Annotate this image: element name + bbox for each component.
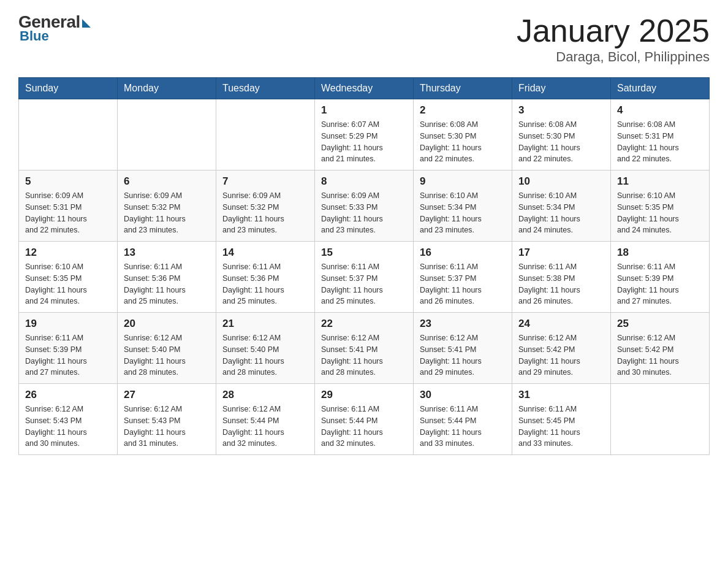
title-area: January 2025 Daraga, Bicol, Philippines [517, 12, 710, 65]
day-number: 18 [617, 247, 703, 259]
day-number: 17 [518, 247, 604, 259]
day-cell: 2Sunrise: 6:08 AMSunset: 5:30 PMDaylight… [414, 99, 512, 170]
day-cell [118, 99, 216, 170]
logo-arrow-icon [82, 19, 91, 28]
day-number: 28 [222, 389, 308, 401]
day-info: Sunrise: 6:11 AMSunset: 5:44 PMDaylight:… [321, 404, 407, 450]
day-info: Sunrise: 6:12 AMSunset: 5:42 PMDaylight:… [617, 332, 703, 378]
day-number: 26 [25, 389, 111, 401]
day-info: Sunrise: 6:12 AMSunset: 5:43 PMDaylight:… [25, 404, 111, 450]
day-number: 15 [321, 247, 407, 259]
week-row-2: 5Sunrise: 6:09 AMSunset: 5:31 PMDaylight… [19, 170, 710, 242]
day-cell: 9Sunrise: 6:10 AMSunset: 5:34 PMDaylight… [414, 170, 512, 242]
day-cell: 26Sunrise: 6:12 AMSunset: 5:43 PMDayligh… [19, 384, 118, 455]
day-info: Sunrise: 6:11 AMSunset: 5:39 PMDaylight:… [617, 261, 703, 307]
header-monday: Monday [118, 78, 216, 99]
day-number: 27 [124, 389, 210, 401]
day-info: Sunrise: 6:11 AMSunset: 5:45 PMDaylight:… [518, 404, 604, 450]
day-cell: 30Sunrise: 6:11 AMSunset: 5:44 PMDayligh… [414, 384, 512, 455]
day-info: Sunrise: 6:11 AMSunset: 5:36 PMDaylight:… [222, 261, 308, 307]
day-info: Sunrise: 6:09 AMSunset: 5:32 PMDaylight:… [124, 190, 210, 236]
day-info: Sunrise: 6:11 AMSunset: 5:36 PMDaylight:… [124, 261, 210, 307]
day-info: Sunrise: 6:12 AMSunset: 5:41 PMDaylight:… [420, 332, 506, 378]
day-cell: 12Sunrise: 6:10 AMSunset: 5:35 PMDayligh… [19, 242, 118, 313]
week-row-5: 26Sunrise: 6:12 AMSunset: 5:43 PMDayligh… [19, 384, 710, 455]
day-number: 8 [321, 175, 407, 188]
header-sunday: Sunday [19, 78, 118, 99]
day-number: 2 [420, 104, 506, 117]
day-number: 11 [617, 175, 703, 188]
day-cell: 15Sunrise: 6:11 AMSunset: 5:37 PMDayligh… [315, 242, 414, 313]
day-number: 13 [124, 247, 210, 259]
day-number: 31 [518, 389, 604, 401]
day-cell: 21Sunrise: 6:12 AMSunset: 5:40 PMDayligh… [216, 313, 315, 384]
day-cell: 25Sunrise: 6:12 AMSunset: 5:42 PMDayligh… [611, 313, 710, 384]
day-number: 12 [25, 247, 111, 259]
day-cell: 8Sunrise: 6:09 AMSunset: 5:33 PMDaylight… [315, 170, 414, 242]
day-cell: 31Sunrise: 6:11 AMSunset: 5:45 PMDayligh… [512, 384, 611, 455]
day-info: Sunrise: 6:12 AMSunset: 5:40 PMDaylight:… [124, 332, 210, 378]
day-number: 30 [420, 389, 506, 401]
day-number: 1 [321, 104, 407, 117]
day-cell: 1Sunrise: 6:07 AMSunset: 5:29 PMDaylight… [315, 99, 414, 170]
day-number: 24 [518, 318, 604, 330]
day-cell: 3Sunrise: 6:08 AMSunset: 5:30 PMDaylight… [512, 99, 611, 170]
day-number: 25 [617, 318, 703, 330]
logo-blue-text: Blue [20, 28, 49, 44]
day-cell: 5Sunrise: 6:09 AMSunset: 5:31 PMDaylight… [19, 170, 118, 242]
day-cell: 11Sunrise: 6:10 AMSunset: 5:35 PMDayligh… [611, 170, 710, 242]
day-cell: 24Sunrise: 6:12 AMSunset: 5:42 PMDayligh… [512, 313, 611, 384]
page-header: General Blue January 2025 Daraga, Bicol,… [18, 12, 710, 65]
day-cell: 18Sunrise: 6:11 AMSunset: 5:39 PMDayligh… [611, 242, 710, 313]
logo: General Blue [18, 12, 91, 44]
day-info: Sunrise: 6:11 AMSunset: 5:38 PMDaylight:… [518, 261, 604, 307]
day-number: 14 [222, 247, 308, 259]
day-cell: 23Sunrise: 6:12 AMSunset: 5:41 PMDayligh… [414, 313, 512, 384]
day-number: 29 [321, 389, 407, 401]
day-info: Sunrise: 6:07 AMSunset: 5:29 PMDaylight:… [321, 119, 407, 165]
day-cell: 13Sunrise: 6:11 AMSunset: 5:36 PMDayligh… [118, 242, 216, 313]
day-cell: 22Sunrise: 6:12 AMSunset: 5:41 PMDayligh… [315, 313, 414, 384]
day-number: 20 [124, 318, 210, 330]
day-info: Sunrise: 6:08 AMSunset: 5:30 PMDaylight:… [420, 119, 506, 165]
day-info: Sunrise: 6:12 AMSunset: 5:44 PMDaylight:… [222, 404, 308, 450]
day-cell: 4Sunrise: 6:08 AMSunset: 5:31 PMDaylight… [611, 99, 710, 170]
day-info: Sunrise: 6:11 AMSunset: 5:39 PMDaylight:… [25, 332, 111, 378]
day-info: Sunrise: 6:12 AMSunset: 5:42 PMDaylight:… [518, 332, 604, 378]
day-info: Sunrise: 6:12 AMSunset: 5:43 PMDaylight:… [124, 404, 210, 450]
day-cell: 29Sunrise: 6:11 AMSunset: 5:44 PMDayligh… [315, 384, 414, 455]
day-number: 4 [617, 104, 703, 117]
day-number: 23 [420, 318, 506, 330]
calendar-header-row: SundayMondayTuesdayWednesdayThursdayFrid… [19, 78, 710, 99]
header-thursday: Thursday [414, 78, 512, 99]
day-info: Sunrise: 6:10 AMSunset: 5:34 PMDaylight:… [420, 190, 506, 236]
header-wednesday: Wednesday [315, 78, 414, 99]
day-info: Sunrise: 6:11 AMSunset: 5:37 PMDaylight:… [420, 261, 506, 307]
week-row-1: 1Sunrise: 6:07 AMSunset: 5:29 PMDaylight… [19, 99, 710, 170]
day-info: Sunrise: 6:08 AMSunset: 5:31 PMDaylight:… [617, 119, 703, 165]
day-cell: 20Sunrise: 6:12 AMSunset: 5:40 PMDayligh… [118, 313, 216, 384]
header-friday: Friday [512, 78, 611, 99]
day-cell: 14Sunrise: 6:11 AMSunset: 5:36 PMDayligh… [216, 242, 315, 313]
month-title: January 2025 [517, 12, 710, 49]
day-number: 19 [25, 318, 111, 330]
day-cell [216, 99, 315, 170]
day-cell [611, 384, 710, 455]
location-text: Daraga, Bicol, Philippines [517, 49, 710, 65]
day-info: Sunrise: 6:10 AMSunset: 5:35 PMDaylight:… [25, 261, 111, 307]
day-number: 5 [25, 175, 111, 188]
day-cell: 16Sunrise: 6:11 AMSunset: 5:37 PMDayligh… [414, 242, 512, 313]
day-info: Sunrise: 6:08 AMSunset: 5:30 PMDaylight:… [518, 119, 604, 165]
day-number: 7 [222, 175, 308, 188]
day-info: Sunrise: 6:10 AMSunset: 5:35 PMDaylight:… [617, 190, 703, 236]
day-info: Sunrise: 6:09 AMSunset: 5:32 PMDaylight:… [222, 190, 308, 236]
day-info: Sunrise: 6:11 AMSunset: 5:37 PMDaylight:… [321, 261, 407, 307]
day-info: Sunrise: 6:12 AMSunset: 5:41 PMDaylight:… [321, 332, 407, 378]
day-number: 21 [222, 318, 308, 330]
day-info: Sunrise: 6:09 AMSunset: 5:33 PMDaylight:… [321, 190, 407, 236]
day-cell: 6Sunrise: 6:09 AMSunset: 5:32 PMDaylight… [118, 170, 216, 242]
day-number: 22 [321, 318, 407, 330]
day-info: Sunrise: 6:12 AMSunset: 5:40 PMDaylight:… [222, 332, 308, 378]
day-cell: 17Sunrise: 6:11 AMSunset: 5:38 PMDayligh… [512, 242, 611, 313]
day-info: Sunrise: 6:11 AMSunset: 5:44 PMDaylight:… [420, 404, 506, 450]
